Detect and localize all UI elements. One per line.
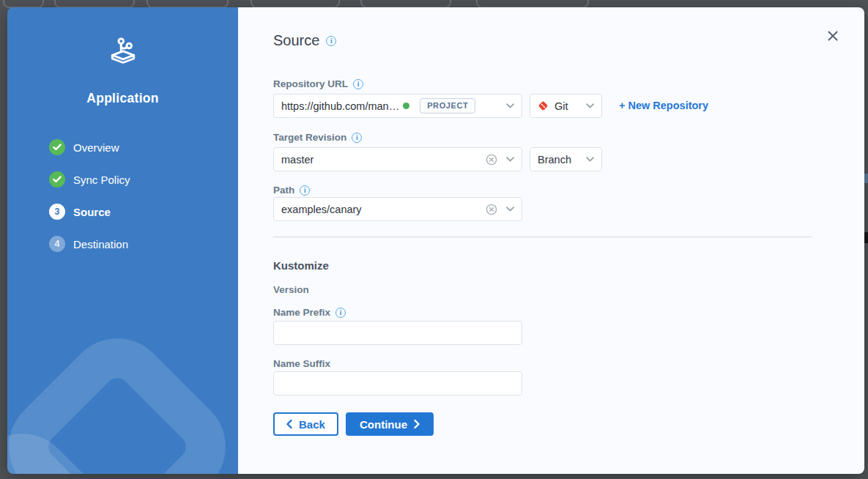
application-logo-icon	[107, 56, 139, 68]
path-value: examples/canary	[281, 204, 362, 215]
repository-url-combobox[interactable]: https://github.com/man… PROJECT	[273, 94, 522, 118]
chevron-left-icon	[286, 420, 292, 428]
repository-url-value: https://github.com/man…	[281, 100, 399, 112]
clear-icon[interactable]	[486, 204, 497, 215]
step-label: Destination	[73, 238, 128, 250]
page-title: Source i	[273, 32, 336, 49]
new-repository-link[interactable]: + New Repository	[619, 100, 708, 111]
kustomize-heading: Kustomize	[273, 259, 329, 272]
target-revision-label: Target Revision i	[273, 132, 362, 143]
chevron-right-icon	[414, 420, 420, 428]
name-suffix-input[interactable]	[273, 371, 522, 396]
info-icon[interactable]: i	[335, 308, 346, 318]
step-number-badge: 3	[49, 204, 65, 220]
target-revision-value: master	[281, 154, 314, 166]
name-prefix-label: Name Prefix i	[273, 307, 346, 318]
target-revision-combobox[interactable]: master	[273, 147, 522, 171]
revision-type-value: Branch	[538, 154, 571, 166]
info-icon[interactable]: i	[353, 79, 363, 89]
background-fragment	[864, 174, 868, 183]
path-label: Path i	[273, 185, 310, 196]
step-label: Overview	[73, 141, 119, 154]
check-icon	[49, 139, 65, 155]
step-overview[interactable]: Overview	[49, 131, 238, 163]
repository-url-label: Repository URL i	[273, 78, 363, 89]
project-badge: PROJECT	[420, 98, 475, 114]
git-icon	[538, 100, 549, 111]
step-number-badge: 4	[49, 236, 65, 252]
back-button[interactable]: Back	[273, 412, 338, 436]
repo-type-value: Git	[554, 100, 568, 112]
close-icon[interactable]	[826, 29, 839, 42]
step-label: Sync Policy	[73, 174, 130, 186]
repo-type-select[interactable]: Git	[530, 94, 602, 118]
wizard-title: Application	[7, 91, 238, 106]
source-panel: Source i Repository URL i https://github…	[238, 7, 864, 474]
chevron-down-icon	[586, 103, 594, 108]
info-icon[interactable]: i	[300, 185, 310, 196]
clear-icon[interactable]	[486, 154, 497, 166]
name-suffix-label: Name Suffix	[273, 358, 330, 369]
wizard-sidebar: Application Overview Sync Policy 3 Sourc…	[7, 7, 238, 474]
step-source[interactable]: 3 Source	[49, 196, 238, 228]
info-icon[interactable]: i	[326, 36, 336, 46]
chevron-down-icon	[586, 157, 594, 162]
chevron-down-icon	[506, 103, 514, 108]
version-label: Version	[273, 284, 309, 295]
step-sync-policy[interactable]: Sync Policy	[49, 163, 238, 196]
step-destination[interactable]: 4 Destination	[49, 228, 238, 260]
new-application-modal: Application Overview Sync Policy 3 Sourc…	[7, 7, 864, 474]
name-prefix-input[interactable]	[273, 321, 522, 345]
chevron-down-icon	[506, 207, 514, 212]
chevron-down-icon	[506, 157, 514, 162]
revision-type-select[interactable]: Branch	[530, 147, 602, 171]
wizard-steps: Overview Sync Policy 3 Source 4 Destinat…	[7, 131, 238, 260]
continue-button[interactable]: Continue	[346, 412, 434, 436]
step-label: Source	[73, 206, 111, 218]
check-icon	[49, 171, 65, 187]
section-divider	[273, 237, 812, 237]
background-fragment	[864, 232, 868, 243]
path-combobox[interactable]: examples/canary	[273, 197, 522, 221]
info-icon[interactable]: i	[352, 133, 362, 143]
connection-status-dot	[403, 103, 409, 109]
